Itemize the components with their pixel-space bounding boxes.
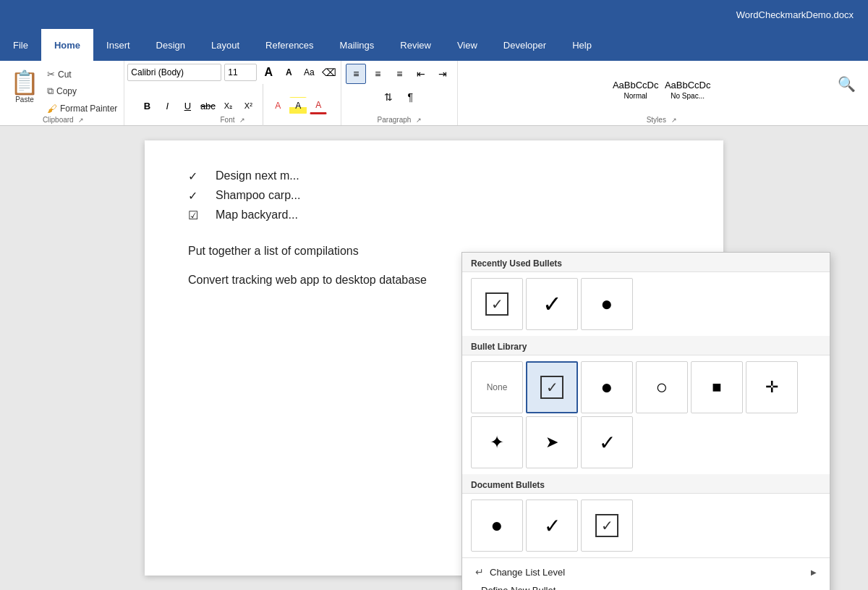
submenu-arrow-icon: ▶ xyxy=(811,568,817,576)
library-bullet-open-circle[interactable]: ○ xyxy=(636,361,688,413)
tab-references[interactable]: References xyxy=(252,29,326,61)
tab-insert[interactable]: Insert xyxy=(93,29,143,61)
shrink-font-button[interactable]: A xyxy=(280,64,297,81)
format-painter-button[interactable]: 🖌 Format Painter xyxy=(43,101,121,117)
grow-font-button[interactable]: A xyxy=(260,64,277,81)
ribbon-content: 📋 Paste ✂ Cut ⧉ Copy 🖌 Format Painter Cl… xyxy=(0,61,868,126)
bold-button[interactable]: B xyxy=(138,97,156,114)
library-bullet-crosshair[interactable]: ✛ xyxy=(746,361,798,413)
bullet-list-dropdown: Recently Used Bullets ✓ ● Bullet Library… xyxy=(461,252,830,590)
change-list-level-label: Change List Level xyxy=(490,567,565,578)
font-size-input[interactable] xyxy=(224,64,257,81)
library-bullet-filled-square[interactable]: ■ xyxy=(691,361,743,413)
checkmark-icon: ✓ xyxy=(542,290,562,318)
library-bullet-checkbox[interactable] xyxy=(526,361,578,413)
font-name-input[interactable] xyxy=(127,64,221,81)
clipboard-small-buttons: ✂ Cut ⧉ Copy 🖌 Format Painter xyxy=(43,67,121,117)
clipboard-group-label: Clipboard ↗ xyxy=(43,116,85,124)
cut-button[interactable]: ✂ Cut xyxy=(43,67,121,82)
list-marker: ✓ xyxy=(188,189,210,203)
bullet-library-grid: None ● ○ ■ ✛ xyxy=(462,355,830,419)
doc-bullet-checkbox[interactable] xyxy=(581,500,633,552)
copy-icon: ⧉ xyxy=(47,85,54,97)
ribbon-tab-bar: File Home Insert Design Layout Reference… xyxy=(0,29,868,61)
font-color-button[interactable]: A xyxy=(269,97,286,114)
format-painter-icon: 🖌 xyxy=(47,103,57,114)
tab-help[interactable]: Help xyxy=(559,29,605,61)
library-bullet-checkmark[interactable]: ✓ xyxy=(581,416,633,468)
font-group-label: Font ↗ xyxy=(220,116,245,124)
show-marks-button[interactable]: ¶ xyxy=(400,87,420,107)
bullet-library-title: Bullet Library xyxy=(462,336,830,355)
indent-icon: ↵ xyxy=(475,566,484,578)
crosshair-icon: ✛ xyxy=(765,378,778,397)
list-item: ✓ Shampoo carp... xyxy=(188,189,680,203)
filled-circle-icon: ● xyxy=(491,514,503,537)
tab-home[interactable]: Home xyxy=(41,29,93,61)
subscript-button[interactable]: X₂ xyxy=(219,97,237,114)
recently-used-title: Recently Used Bullets xyxy=(462,253,830,272)
tab-view[interactable]: View xyxy=(444,29,490,61)
style-normal[interactable]: AaBbCcDc Normal xyxy=(610,67,661,113)
strikethrough-button[interactable]: abc xyxy=(199,97,216,114)
list-item-text: Map backyard... xyxy=(216,208,298,222)
italic-button[interactable]: I xyxy=(158,97,176,114)
checkmark-icon: ✓ xyxy=(544,514,561,538)
list-item-text: Design next m... xyxy=(216,169,299,182)
font-name-size-row: A A Aa ⌫ xyxy=(127,64,338,81)
style-no-spacing[interactable]: AaBbCcDc No Spac... xyxy=(663,67,713,113)
paragraph-group-label: Paragraph ↗ xyxy=(378,116,422,124)
numbered-list-button[interactable]: ≡ xyxy=(367,64,388,84)
document-area: ✓ Design next m... ✓ Shampoo carp... ☑ M… xyxy=(0,126,868,590)
recent-bullet-checkbox[interactable] xyxy=(471,278,523,330)
text-color-button[interactable]: A xyxy=(310,97,327,114)
tab-review[interactable]: Review xyxy=(387,29,444,61)
superscript-button[interactable]: X² xyxy=(239,97,257,114)
styles-row: AaBbCcDc Normal AaBbCcDc No Spac... xyxy=(608,64,716,115)
document-bullets-title: Document Bullets xyxy=(462,474,830,494)
change-list-level-button[interactable]: ↵ Change List Level ▶ xyxy=(471,562,821,581)
recent-bullet-filled-circle[interactable]: ● xyxy=(581,278,633,330)
checkmark-icon: ✓ xyxy=(599,431,616,455)
tab-mailings[interactable]: Mailings xyxy=(327,29,388,61)
open-circle-icon: ○ xyxy=(656,376,668,399)
change-case-button[interactable]: Aa xyxy=(300,64,318,81)
multilevel-list-button[interactable]: ≡ xyxy=(389,64,409,84)
doc-bullet-filled-circle[interactable]: ● xyxy=(471,500,523,552)
library-bullet-arrow[interactable]: ➤ xyxy=(526,416,578,468)
tab-file[interactable]: File xyxy=(0,29,41,61)
bullet-list-button[interactable]: ≡ xyxy=(346,64,366,84)
sort-button[interactable]: ⇅ xyxy=(378,87,399,107)
recent-bullet-checkmark[interactable]: ✓ xyxy=(526,278,578,330)
define-new-bullet-label: Define New Bullet... xyxy=(481,585,563,590)
library-bullet-diamond[interactable]: ✦ xyxy=(471,416,523,468)
checkbox-icon xyxy=(485,292,509,316)
copy-button[interactable]: ⧉ Copy xyxy=(43,83,121,99)
decrease-indent-button[interactable]: ⇤ xyxy=(411,64,431,84)
underline-button[interactable]: U xyxy=(179,97,196,114)
tab-developer[interactable]: Developer xyxy=(490,29,559,61)
alignment-row: ⇅ ¶ xyxy=(378,87,420,107)
tab-layout[interactable]: Layout xyxy=(198,29,252,61)
library-bullet-none[interactable]: None xyxy=(471,361,523,413)
list-item: ☑ Map backyard... xyxy=(188,208,680,222)
increase-indent-button[interactable]: ⇥ xyxy=(433,64,453,84)
paste-button[interactable]: 📋 Paste xyxy=(6,64,43,110)
styles-group-label: Styles ↗ xyxy=(647,116,677,124)
clear-formatting-button[interactable]: ⌫ xyxy=(320,64,338,81)
library-bullet-filled-circle[interactable]: ● xyxy=(581,361,633,413)
highlight-button[interactable]: A xyxy=(289,97,307,114)
styles-group: AaBbCcDc Normal AaBbCcDc No Spac... Styl… xyxy=(458,61,865,125)
list-marker: ☑ xyxy=(188,208,210,222)
filled-circle-icon: ● xyxy=(601,376,613,399)
bullet-library-grid-2: ✦ ➤ ✓ xyxy=(462,416,830,474)
cut-icon: ✂ xyxy=(47,69,55,80)
define-new-bullet-button[interactable]: Define New Bullet... xyxy=(471,581,821,590)
font-separator xyxy=(263,84,263,127)
search-icon[interactable]: 🔍 xyxy=(833,71,859,97)
doc-bullet-checkmark[interactable]: ✓ xyxy=(526,500,578,552)
filled-square-icon: ■ xyxy=(712,378,721,397)
tab-design[interactable]: Design xyxy=(143,29,198,61)
list-item: ✓ Design next m... xyxy=(188,169,680,183)
title-bar: WordCheckmarkDemo.docx xyxy=(0,0,868,29)
